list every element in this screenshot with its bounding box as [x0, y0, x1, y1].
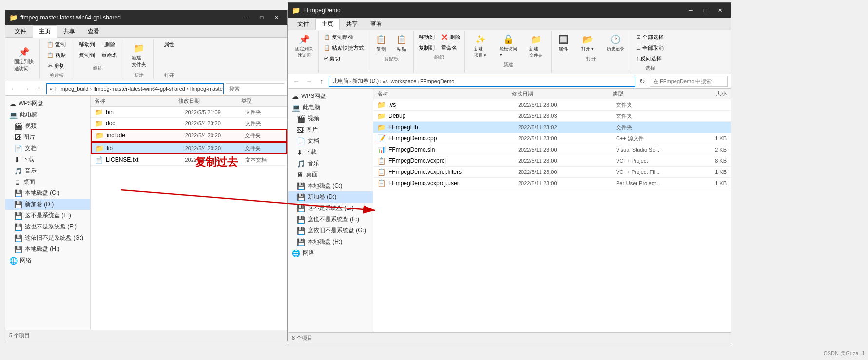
right-sidebar-e[interactable]: 💾 这不是系统盘 (E:)	[288, 203, 373, 214]
right-sidebar-pictures[interactable]: 🖼 图片	[288, 124, 373, 135]
left-sidebar-g[interactable]: 💾 这依旧不是系统盘 (G:)	[5, 232, 90, 244]
left-ribbon-copyto-btn[interactable]: 复制到	[76, 50, 98, 60]
right-newfolder-btn[interactable]: 📁 新建文件夹	[522, 32, 549, 60]
left-explorer-window[interactable]: 📁 ffmpeg-master-latest-win64-gpl-shared …	[5, 10, 288, 341]
left-ribbon-tabs[interactable]: 文件 主页 共享 查看	[5, 25, 287, 38]
right-tab-share[interactable]: 共享	[340, 18, 364, 30]
right-copy-path-btn[interactable]: 📋 复制路径	[321, 32, 356, 42]
left-ribbon-copy-btn[interactable]: 📋 复制	[44, 39, 69, 50]
right-minimize-btn[interactable]: ─	[684, 5, 697, 15]
left-sidebar-desktop[interactable]: 🖥 桌面	[5, 176, 90, 188]
right-sidebar-music[interactable]: 🎵 音乐	[288, 158, 373, 169]
left-sidebar-downloads[interactable]: ⬇ 下载	[5, 154, 90, 165]
right-refresh-btn[interactable]: ↻	[637, 76, 648, 87]
left-file-lib[interactable]: 📁 lib 2022/5/4 20:20 文件夹	[91, 142, 287, 154]
right-sidebar-network[interactable]: 🌐 网络	[288, 247, 373, 259]
right-up-btn[interactable]: ↑	[316, 76, 327, 87]
left-sidebar-video[interactable]: 🎬 视频	[5, 120, 90, 132]
right-rename-btn[interactable]: 重命名	[438, 43, 460, 53]
left-sidebar-wps[interactable]: ☁ WPS网盘	[5, 98, 90, 109]
right-search-input[interactable]	[650, 76, 728, 87]
right-sidebar-video[interactable]: 🎬 视频	[288, 113, 373, 124]
right-forward-btn[interactable]: →	[304, 76, 314, 87]
right-back-btn[interactable]: ←	[291, 76, 302, 87]
left-sidebar-docs[interactable]: 📄 文档	[5, 143, 90, 154]
right-copyto-btn[interactable]: 复制到	[416, 43, 438, 53]
right-tab-file[interactable]: 文件	[291, 18, 315, 30]
right-file-cpp[interactable]: 📝 FFmpegDemo.cpp 2022/5/11 23:00 C++ 源文件…	[373, 133, 731, 144]
left-sidebar-music[interactable]: 🎵 音乐	[5, 165, 90, 176]
left-tab-view[interactable]: 查看	[81, 25, 106, 37]
right-pin-btn[interactable]: 📌 固定到快速访问	[292, 32, 316, 60]
left-tab-share[interactable]: 共享	[57, 25, 81, 37]
right-file-vcxproj-filters[interactable]: 📋 FFmpegDemo.vcxproj.filters 2022/5/11 2…	[373, 167, 731, 178]
right-explorer-window[interactable]: 📁 FFmpegDemo ─ □ ✕ 文件 主页 共享 查看 📌 固定到快速访问	[288, 2, 731, 343]
right-history-btn[interactable]: 🕐 历史记录	[602, 32, 629, 55]
right-tab-view[interactable]: 查看	[364, 18, 388, 30]
left-back-btn[interactable]: ←	[8, 83, 19, 94]
right-address-path[interactable]: 此电脑 › 新加卷 (D:) › vs_workspace › FFmpegDe…	[329, 76, 635, 87]
left-file-bin[interactable]: 📁 bin 2022/5/5 21:09 文件夹	[91, 107, 287, 118]
right-selectall-btn[interactable]: ☑ 全部选择	[633, 32, 667, 42]
left-file-doc[interactable]: 📁 doc 2022/5/4 20:20 文件夹	[91, 118, 287, 129]
left-sidebar-c[interactable]: 💾 本地磁盘 (C:)	[5, 188, 90, 199]
right-cut-btn[interactable]: ✂ 剪切	[321, 54, 343, 64]
right-paste-shortcut-btn[interactable]: 📋 粘贴快捷方式	[321, 43, 367, 53]
left-ribbon-paste-btn[interactable]: 📋 粘贴	[44, 50, 69, 60]
left-up-btn[interactable]: ↑	[34, 83, 44, 94]
right-maximize-btn[interactable]: □	[698, 5, 712, 15]
right-sidebar-thispc[interactable]: 💻 此电脑	[288, 102, 373, 113]
right-file-vcxproj[interactable]: 📋 FFmpegDemo.vcxproj 2022/5/11 23:00 VC+…	[373, 155, 731, 167]
left-ribbon-cut-btn[interactable]: ✂ 剪切	[45, 61, 68, 71]
left-file-license[interactable]: 📄 LICENSE.txt 2022/5/4 20:20 文本文档	[91, 154, 287, 166]
right-file-debug[interactable]: 📁 Debug 2022/5/11 23:03 文件夹	[373, 111, 731, 122]
right-properties-btn[interactable]: 🔲 属性	[554, 32, 573, 55]
left-sidebar-h[interactable]: 💾 本地磁盘 (H:)	[5, 244, 90, 255]
left-win-controls[interactable]: ─ □ ✕	[240, 13, 283, 22]
left-ribbon-delete-btn[interactable]: 删除	[101, 39, 118, 50]
right-close-btn[interactable]: ✕	[713, 5, 727, 15]
right-sidebar-h[interactable]: 💾 本地磁盘 (H:)	[288, 236, 373, 247]
right-selectnone-btn[interactable]: ☐ 全部取消	[633, 43, 667, 53]
right-newitem-btn[interactable]: ✨ 新建项目 ▾	[467, 32, 494, 60]
right-easyaccess-btn[interactable]: 🔓 轻松访问▾	[495, 32, 521, 60]
left-file-include[interactable]: 📁 include 2022/5/4 20:20 文件夹	[91, 129, 287, 142]
left-sidebar-d[interactable]: 💾 新加卷 (D:)	[5, 199, 90, 210]
left-search-input[interactable]	[226, 83, 284, 94]
right-sidebar-desktop[interactable]: 🖥 桌面	[288, 169, 373, 180]
right-file-sln[interactable]: 📊 FFmpegDemo.sln 2022/5/11 23:00 Visual …	[373, 144, 731, 155]
right-invertselect-btn[interactable]: ↕ 反向选择	[633, 54, 665, 64]
right-paste-btn[interactable]: 📋 粘贴	[392, 32, 411, 55]
left-tab-file[interactable]: 文件	[8, 25, 33, 37]
left-ribbon-properties-btn[interactable]: 属性	[161, 39, 177, 50]
left-close-btn[interactable]: ✕	[270, 13, 283, 22]
right-sidebar-wps[interactable]: ☁ WPS网盘	[288, 91, 373, 102]
right-win-controls[interactable]: ─ □ ✕	[684, 5, 727, 15]
right-sidebar-f[interactable]: 💾 这也不是系统盘 (F:)	[288, 214, 373, 225]
right-file-vcxproj-user[interactable]: 📋 FFmpegDemo.vcxproj.user 2022/5/11 23:0…	[373, 178, 731, 189]
left-ribbon-move-btn[interactable]: 移动到	[76, 39, 98, 50]
right-sidebar-docs[interactable]: 📄 文档	[288, 135, 373, 147]
right-open-btn[interactable]: 📂 打开 ▾	[574, 32, 601, 55]
right-sidebar-g[interactable]: 💾 这依旧不是系统盘 (G:)	[288, 225, 373, 236]
left-ribbon-newfolder-btn[interactable]: 📁 新建文件夹	[129, 41, 149, 70]
right-file-vs[interactable]: 📁 .vs 2022/5/11 23:00 文件夹	[373, 99, 731, 111]
left-ribbon-pin-btn[interactable]: 📌 固定到快速访问	[11, 45, 37, 74]
right-file-ffmpeglib[interactable]: 📁 FFmpegLib 2022/5/11 23:02 文件夹	[373, 122, 731, 133]
right-sidebar-downloads[interactable]: ⬇ 下载	[288, 147, 373, 158]
left-address-path[interactable]: « FFmpeg_build › ffmpeg-master-latest-wi…	[46, 83, 224, 94]
left-ribbon-rename-btn[interactable]: 重命名	[98, 50, 120, 60]
right-copy-btn[interactable]: 📋 复制	[371, 32, 391, 55]
right-delete-btn[interactable]: ❌ 删除	[438, 32, 463, 42]
left-sidebar-network[interactable]: 🌐 网络	[5, 255, 90, 266]
left-forward-btn[interactable]: →	[21, 83, 32, 94]
right-ribbon-tabs[interactable]: 文件 主页 共享 查看	[288, 18, 731, 30]
left-sidebar-thispc[interactable]: 💻 此电脑	[5, 109, 90, 120]
right-moveto-btn[interactable]: 移动到	[416, 32, 438, 42]
left-sidebar-f[interactable]: 💾 这也不是系统盘 (F:)	[5, 221, 90, 232]
right-sidebar-d[interactable]: 💾 新加卷 (D:)	[288, 191, 373, 203]
left-minimize-btn[interactable]: ─	[240, 13, 254, 22]
left-tab-home[interactable]: 主页	[33, 25, 57, 38]
left-sidebar-pictures[interactable]: 🖼 图片	[5, 132, 90, 143]
right-tab-home[interactable]: 主页	[315, 18, 340, 30]
